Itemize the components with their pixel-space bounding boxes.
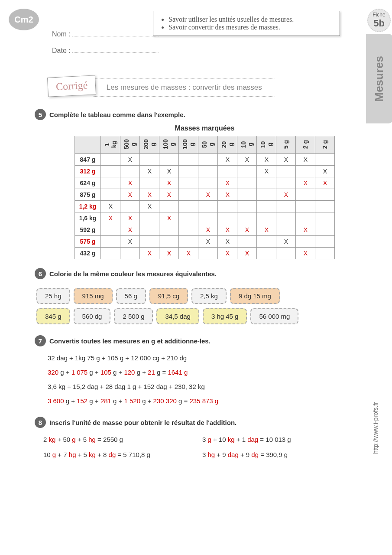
side-label: Mesures (366, 34, 392, 124)
chip: 91,5 cg (149, 288, 188, 304)
mass-cell (198, 212, 218, 224)
fiche-label: Fiche (373, 12, 385, 18)
ex5-header: 5Complète le tableau comme dans l'exempl… (35, 109, 375, 120)
mass-cell (257, 236, 276, 248)
chip: 25 hg (36, 288, 70, 304)
mass-cell: X (237, 248, 257, 259)
mass-cell (276, 201, 296, 212)
mass-cell: X (237, 224, 257, 236)
mass-cell: X (198, 189, 218, 201)
mass-cell: X (218, 224, 237, 236)
ex7-line1: 32 dag + 1kg 75 g + 105 g + 12 000 cg + … (48, 351, 375, 365)
side-tab: Fiche 5b Mesures (366, 9, 392, 124)
fiche-badge: Fiche 5b (367, 9, 391, 32)
mass-cell (120, 166, 140, 177)
mass-cell (315, 154, 335, 166)
mass-cell: X (120, 236, 140, 248)
mass-cell (315, 212, 335, 224)
ex8-line: 3 g + 10 kg + 1 dag = 10 013 g (202, 432, 291, 447)
mass-cell (257, 201, 276, 212)
mass-cell (257, 189, 276, 201)
mass-cell (101, 236, 120, 248)
mass-cell: X (296, 177, 315, 189)
mass-cell: X (218, 236, 237, 248)
mass-cell (198, 166, 218, 177)
mass-cell (218, 212, 237, 224)
mass-col-header: 5 g (276, 136, 296, 154)
mass-cell: X (101, 201, 120, 212)
mass-col-header: 100 g (159, 136, 179, 154)
row-label: 847 g (75, 154, 101, 166)
mass-cell (198, 201, 218, 212)
row-label: 592 g (75, 224, 101, 236)
mass-cell: X (159, 189, 179, 201)
ex7-body: 32 dag + 1kg 75 g + 105 g + 12 000 cg + … (48, 351, 375, 408)
mass-cell (276, 248, 296, 259)
mass-cell: X (276, 154, 296, 166)
fiche-num: 5b (373, 18, 385, 29)
mass-cell: X (257, 224, 276, 236)
mass-cell (276, 177, 296, 189)
mass-cell (159, 236, 179, 248)
ex8-body: 2 kg + 50 g + 5 hg = 2550 g10 g + 7 hg +… (43, 432, 375, 462)
mass-cell: X (198, 236, 218, 248)
grade-badge: Cm2 (9, 9, 39, 30)
mass-cell (120, 248, 140, 259)
ex8-title: Inscris l'unité de masse pour obtenir le… (49, 419, 236, 426)
chip: 560 dg (74, 308, 111, 324)
table-row: 592 gXXXXXX (75, 224, 335, 236)
mass-cell (179, 201, 198, 212)
mass-cell: X (120, 177, 140, 189)
ex7-num: 7 (35, 335, 46, 346)
mass-cell: X (159, 248, 179, 259)
mass-cell: X (257, 166, 276, 177)
mass-cell (315, 248, 335, 259)
row-label: 1,6 kg (75, 212, 101, 224)
ex8-num: 8 (35, 417, 46, 428)
mass-cell (218, 166, 237, 177)
objective-2: Savoir convertir des mesures de masses. (168, 23, 331, 31)
mass-cell (159, 154, 179, 166)
mass-cell (315, 236, 335, 248)
mass-table: 1 kg500 g200 g100 g100 g50 g20 g10 g10 g… (75, 136, 335, 259)
table-row: 575 gXXXX (75, 236, 335, 248)
mass-cell: X (218, 177, 237, 189)
mass-cell (140, 224, 159, 236)
mass-col-header: 10 g (237, 136, 257, 154)
ex5-table-title: Masses marquées (35, 124, 375, 132)
mass-cell: X (296, 224, 315, 236)
ex7-line4: 3 600 g + 152 g + 281 g + 1 520 g + 230 … (48, 394, 375, 408)
mass-cell (296, 212, 315, 224)
ex6-title: Colorie de la même couleur les mesures é… (49, 270, 217, 278)
ex6-header: 6Colorie de la même couleur les mesures … (35, 268, 375, 279)
mass-cell (179, 189, 198, 201)
mass-cell (179, 212, 198, 224)
ex6-num: 6 (35, 268, 46, 279)
mass-cell: X (315, 166, 335, 177)
mass-cell (120, 201, 140, 212)
mass-cell: X (276, 236, 296, 248)
ex7-line3: 3,6 kg + 15,2 dag + 28 dag 1 g + 152 dag… (48, 379, 375, 394)
objective-1: Savoir utiliser les unités usuelles de m… (168, 16, 331, 23)
mass-cell: X (140, 248, 159, 259)
mass-cell: X (198, 224, 218, 236)
chip: 9 dg 15 mg (230, 288, 280, 304)
mass-cell: X (140, 201, 159, 212)
table-row: 875 gXXXXXX (75, 189, 335, 201)
mass-cell: X (218, 189, 237, 201)
date-label: Date : (52, 47, 71, 54)
mass-cell (237, 212, 257, 224)
mass-cell (296, 236, 315, 248)
mass-cell (276, 224, 296, 236)
chip: 345 g (36, 308, 70, 324)
mass-cell (296, 201, 315, 212)
mass-cell: X (237, 154, 257, 166)
mass-cell (101, 154, 120, 166)
date-line (72, 52, 159, 53)
mass-cell: X (140, 166, 159, 177)
mass-cell (198, 154, 218, 166)
mass-col-header: 2 g (315, 136, 335, 154)
ex7-line2: 320 g + 1 075 g + 105 g + 120 g + 21 g =… (48, 365, 375, 379)
mass-cell (237, 236, 257, 248)
mass-cell (101, 189, 120, 201)
